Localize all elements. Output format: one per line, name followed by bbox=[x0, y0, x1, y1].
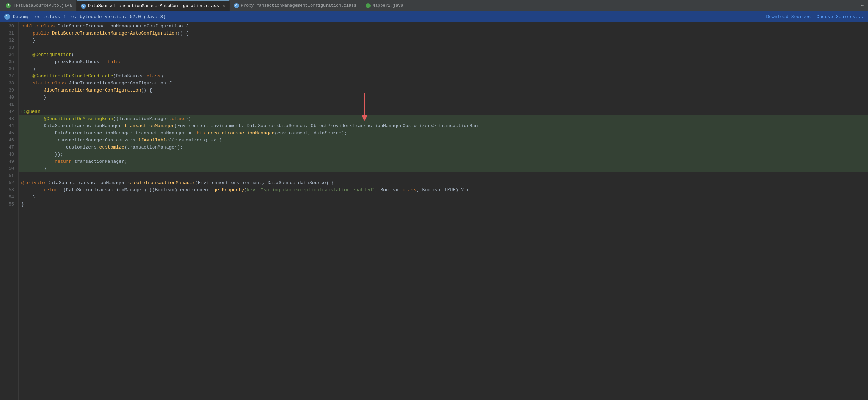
line-num-47: 47 bbox=[3, 144, 14, 151]
class-icon: C bbox=[234, 3, 239, 8]
line-num-49: 49 bbox=[3, 158, 14, 165]
line-num-44: 44 bbox=[3, 123, 14, 130]
editor: 30 31 32 33 34 35 36 37 38 39 40 41 42 4… bbox=[0, 22, 868, 400]
tab-datasource-tx-manager[interactable]: C DataSourceTransactionManagerAutoConfig… bbox=[77, 0, 230, 11]
line-num-33: 33 bbox=[3, 44, 14, 51]
class-icon: C bbox=[81, 4, 86, 9]
code-line-35: proxyBeanMethods = false bbox=[19, 58, 868, 66]
code-line-36: ) bbox=[19, 66, 868, 73]
line-num-42: 42 bbox=[3, 108, 14, 115]
code-line-48: }); bbox=[19, 151, 868, 158]
download-sources-btn[interactable]: Download Sources bbox=[766, 14, 811, 20]
tab-overflow-btn[interactable]: ⋯ bbox=[857, 2, 868, 9]
line-num-40: 40 bbox=[3, 94, 14, 101]
line-num-32: 32 bbox=[3, 37, 14, 44]
tab-mapper2[interactable]: i Mapper2.java bbox=[361, 0, 408, 11]
tab-proxy-tx[interactable]: C ProxyTransactionManagementConfiguratio… bbox=[230, 0, 361, 11]
code-line-32: } bbox=[19, 37, 868, 44]
line-num-45: 45 bbox=[3, 130, 14, 137]
code-line-38: static class JdbcTransactionManagerConfi… bbox=[19, 80, 868, 87]
line-num-37: 37 bbox=[3, 73, 14, 80]
code-line-45: DataSourceTransactionManager transaction… bbox=[19, 130, 868, 137]
code-line-40: } bbox=[19, 94, 868, 101]
line-num-51: 51 bbox=[3, 172, 14, 180]
code-line-33 bbox=[19, 44, 868, 51]
line-num-39: 39 bbox=[3, 87, 14, 94]
info-bar: i Decompiled .class file, bytecode versi… bbox=[0, 11, 868, 22]
info-icon: i bbox=[366, 3, 371, 8]
line-num-36: 36 bbox=[3, 66, 14, 73]
line-num-55: 55 bbox=[3, 201, 14, 208]
line-num-50: 50 bbox=[3, 165, 14, 172]
code-line-34: @Configuration( bbox=[19, 51, 868, 58]
code-line-31: public DataSourceTransactionManagerAutoC… bbox=[19, 30, 868, 37]
code-line-54: } bbox=[19, 194, 868, 201]
tab-bar: J TestDataSourceAuto.java C DataSourceTr… bbox=[0, 0, 868, 11]
line-num-31: 31 bbox=[3, 30, 14, 37]
decompiled-notice: Decompiled .class file, bytecode version… bbox=[13, 14, 764, 20]
code-line-49: return transactionManager; bbox=[19, 158, 868, 165]
code-line-53: return (DataSourceTransactionManager) ((… bbox=[19, 187, 868, 194]
line-num-34: 34 bbox=[3, 51, 14, 58]
code-line-43: @ConditionalOnMissingBean({TransactionMa… bbox=[19, 115, 868, 123]
code-line-47: customizers.customize(transactionManager… bbox=[19, 144, 868, 151]
code-line-41 bbox=[19, 101, 868, 108]
tab-label: DataSourceTransactionManagerAutoConfigur… bbox=[88, 4, 219, 9]
line-num-54: 54 bbox=[3, 194, 14, 201]
tab-label: ProxyTransactionManagementConfiguration.… bbox=[241, 3, 357, 8]
info-icon: i bbox=[4, 14, 10, 20]
line-num-48: 48 bbox=[3, 151, 14, 158]
tab-test-datasource[interactable]: J TestDataSourceAuto.java bbox=[1, 0, 77, 11]
line-num-46: 46 bbox=[3, 137, 14, 144]
tab-label: Mapper2.java bbox=[373, 3, 403, 8]
code-area: public class DataSourceTransactionManage… bbox=[19, 22, 868, 400]
code-line-55: } bbox=[19, 201, 868, 208]
java-icon: J bbox=[6, 3, 11, 8]
line-num-38: 38 bbox=[3, 80, 14, 87]
line-num-30: 30 bbox=[3, 23, 14, 30]
info-actions: Download Sources Choose Sources... bbox=[766, 14, 864, 20]
line-num-41: 41 bbox=[3, 101, 14, 108]
line-numbers: 30 31 32 33 34 35 36 37 38 39 40 41 42 4… bbox=[0, 22, 19, 400]
tab-close-btn[interactable]: ✕ bbox=[223, 4, 225, 8]
line-num-35: 35 bbox=[3, 58, 14, 66]
code-line-50: } bbox=[19, 165, 868, 172]
code-line-51 bbox=[19, 172, 868, 180]
code-line-39: JdbcTransactionManagerConfiguration() { bbox=[19, 87, 868, 94]
tab-label: TestDataSourceAuto.java bbox=[13, 3, 72, 8]
code-line-37: @ConditionalOnSingleCandidate(DataSource… bbox=[19, 73, 868, 80]
line-num-43: 43 bbox=[3, 115, 14, 123]
code-line-30: public class DataSourceTransactionManage… bbox=[19, 23, 868, 30]
code-line-46: transactionManagerCustomizers.ifAvailabl… bbox=[19, 137, 868, 144]
line-num-52: 52 bbox=[3, 180, 14, 187]
choose-sources-btn[interactable]: Choose Sources... bbox=[816, 14, 864, 20]
code-line-42: ⬡@Bean bbox=[19, 108, 868, 115]
code-line-44: DataSourceTransactionManager transaction… bbox=[19, 123, 868, 130]
code-line-52: @private DataSourceTransactionManager cr… bbox=[19, 180, 868, 187]
line-num-53: 53 bbox=[3, 187, 14, 194]
